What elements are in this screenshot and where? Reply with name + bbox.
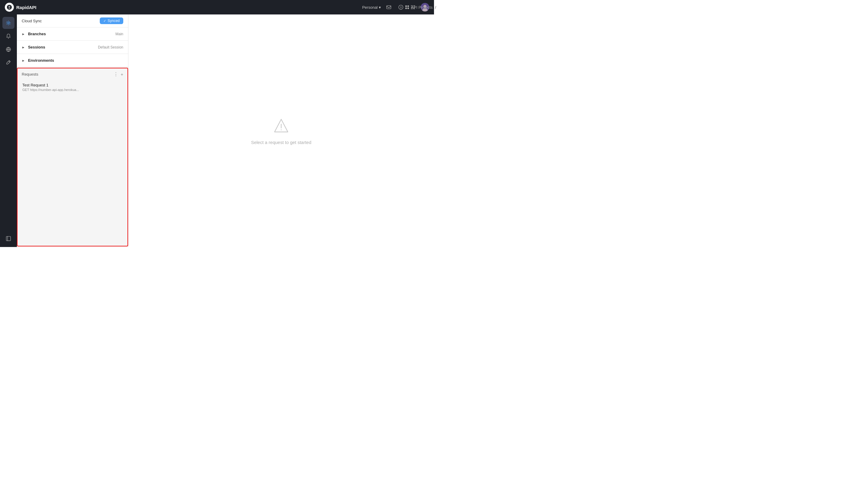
sidebar-icon-notifications[interactable]: [2, 30, 15, 42]
svg-rect-1: [405, 5, 407, 7]
personal-label: Personal: [362, 5, 377, 10]
api-projects-label: API Projects: [411, 5, 433, 10]
personal-chevron: ▾: [379, 5, 381, 10]
synced-label: Synced: [108, 19, 119, 23]
svg-rect-4: [407, 7, 409, 9]
sessions-label: Sessions: [28, 45, 95, 50]
branches-chevron: ►: [22, 32, 25, 36]
branches-label: Branches: [28, 32, 112, 36]
sessions-value: Default Session: [98, 45, 123, 50]
mail-icon[interactable]: [385, 3, 393, 12]
sessions-item[interactable]: ► Sessions Default Session: [17, 41, 128, 54]
navbar-center: API Projects / Number API ▾: [405, 5, 434, 10]
empty-state: Select a request to get started: [251, 117, 311, 145]
list-item[interactable]: Test Request 1 GET https://number-api-ap…: [17, 80, 128, 95]
requests-add-icon[interactable]: +: [121, 72, 123, 77]
main-content: Cloud Sync ✓ Synced ► Branches Main ► Se…: [0, 15, 434, 247]
svg-point-25: [281, 129, 282, 130]
warning-icon: [272, 117, 290, 135]
requests-section: Requests ⋮ + Test Request 1 GET https://…: [17, 68, 128, 246]
svg-rect-5: [387, 6, 391, 9]
api-projects-link[interactable]: API Projects: [405, 5, 433, 10]
svg-rect-3: [405, 7, 407, 9]
brand: RapidAPI: [5, 3, 36, 12]
requests-header: Requests ⋮ +: [17, 69, 128, 80]
sidebar-icon-pencil[interactable]: [2, 57, 15, 69]
branches-value: Main: [115, 32, 123, 36]
navbar: RapidAPI API Projects / Number API ▾ Per…: [0, 0, 434, 15]
left-panel: Cloud Sync ✓ Synced ► Branches Main ► Se…: [17, 15, 128, 247]
requests-title: Requests: [22, 72, 114, 77]
synced-check: ✓: [104, 19, 106, 23]
request-name: Test Request 1: [22, 83, 123, 87]
environments-item[interactable]: ► Environments: [17, 54, 128, 67]
help-icon[interactable]: ?: [396, 3, 405, 12]
svg-point-20: [7, 22, 9, 23]
sidebar-icon-settings[interactable]: [2, 17, 15, 29]
environments-label: Environments: [28, 58, 120, 63]
main-area: Select a request to get started: [128, 15, 434, 247]
icon-sidebar: [0, 15, 17, 247]
svg-text:?: ?: [400, 6, 402, 9]
sessions-chevron: ►: [22, 45, 25, 49]
svg-point-0: [7, 5, 12, 10]
brand-name: RapidAPI: [16, 5, 36, 10]
branches-item[interactable]: ► Branches Main: [17, 27, 128, 41]
cloud-sync-label: Cloud Sync: [22, 19, 42, 23]
empty-state-text: Select a request to get started: [251, 140, 311, 145]
request-url: GET https://number-api-app.herokua...: [22, 88, 123, 92]
personal-button[interactable]: Personal ▾: [362, 5, 381, 10]
requests-actions: ⋮ +: [114, 71, 123, 77]
requests-more-icon[interactable]: ⋮: [114, 71, 118, 77]
brand-logo: [5, 3, 14, 12]
cloud-sync-bar: Cloud Sync ✓ Synced: [17, 15, 128, 27]
environments-chevron: ►: [22, 59, 25, 62]
sidebar-toggle-icon[interactable]: [2, 232, 15, 245]
synced-button[interactable]: ✓ Synced: [100, 17, 123, 24]
sidebar-icon-globe[interactable]: [2, 43, 15, 55]
svg-rect-22: [6, 236, 11, 241]
svg-rect-2: [407, 5, 409, 7]
